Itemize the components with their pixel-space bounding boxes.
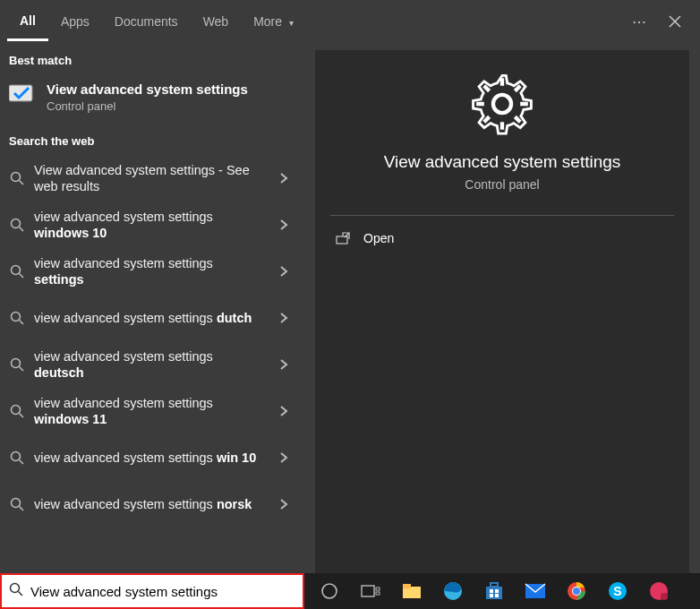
- web-result[interactable]: view advanced system settings settings: [0, 248, 304, 295]
- svg-line-8: [20, 274, 24, 279]
- svg-point-19: [493, 95, 511, 113]
- search-icon: [9, 403, 25, 419]
- web-result[interactable]: view advanced system settings win 10: [0, 434, 304, 481]
- svg-rect-31: [486, 587, 502, 599]
- best-match-result[interactable]: View advanced system settings Control pa…: [0, 74, 304, 124]
- web-result[interactable]: view advanced system settings norsk: [0, 481, 304, 528]
- svg-rect-20: [337, 236, 347, 244]
- search-icon: [9, 582, 23, 600]
- tab-more[interactable]: More ▾: [241, 4, 306, 39]
- chevron-right-icon[interactable]: [269, 442, 299, 473]
- svg-point-24: [322, 584, 337, 598]
- web-result-text: view advanced system settings settings: [34, 255, 269, 287]
- web-result[interactable]: view advanced system settings windows 10: [0, 202, 304, 248]
- svg-point-3: [12, 173, 21, 182]
- web-result[interactable]: view advanced system settings windows 11: [0, 388, 304, 434]
- chevron-down-icon: ▾: [289, 18, 294, 28]
- chevron-right-icon[interactable]: [269, 210, 299, 240]
- svg-line-4: [20, 181, 24, 185]
- cortana-icon[interactable]: [317, 579, 342, 604]
- svg-rect-25: [362, 586, 374, 596]
- chrome-icon[interactable]: [564, 579, 589, 604]
- chevron-right-icon[interactable]: [269, 489, 299, 519]
- gear-icon: [470, 72, 534, 136]
- tab-more-label: More: [253, 14, 282, 29]
- svg-rect-35: [490, 594, 493, 597]
- task-view-icon[interactable]: [358, 579, 383, 604]
- tab-apps[interactable]: Apps: [48, 4, 102, 39]
- svg-rect-32: [491, 583, 498, 587]
- web-result-text: view advanced system settings norsk: [34, 496, 269, 512]
- svg-rect-27: [376, 592, 380, 595]
- chevron-right-icon[interactable]: [269, 256, 299, 287]
- svg-point-40: [573, 588, 580, 595]
- svg-point-15: [12, 452, 21, 461]
- preview-card: View advanced system settings Control pa…: [315, 50, 689, 573]
- chevron-right-icon[interactable]: [269, 163, 299, 193]
- web-result[interactable]: view advanced system settings deutsch: [0, 341, 304, 388]
- web-result[interactable]: view advanced system settings dutch: [0, 295, 304, 341]
- search-panel: All Apps Documents Web More ▾ ⋯ Best mat…: [0, 0, 700, 573]
- search-icon: [9, 217, 25, 233]
- svg-line-10: [20, 321, 24, 325]
- chevron-right-icon[interactable]: [269, 396, 299, 426]
- chevron-right-icon[interactable]: [269, 349, 299, 380]
- web-result-text: view advanced system settings dutch: [34, 310, 269, 326]
- open-icon: [335, 230, 351, 246]
- svg-line-16: [20, 460, 24, 465]
- chevron-right-icon[interactable]: [269, 303, 299, 333]
- svg-line-12: [20, 367, 24, 372]
- svg-point-5: [12, 219, 21, 228]
- skype-icon[interactable]: S: [605, 579, 630, 604]
- best-match-title: View advanced system settings: [47, 81, 248, 98]
- preview-column: View advanced system settings Control pa…: [304, 43, 700, 573]
- search-icon: [9, 496, 25, 512]
- search-icon: [9, 263, 25, 279]
- svg-rect-29: [403, 584, 411, 588]
- taskbar: S: [0, 573, 700, 609]
- preview-title: View advanced system settings: [384, 152, 621, 172]
- app-icon[interactable]: [646, 579, 671, 604]
- open-label: Open: [363, 231, 394, 245]
- best-match-subtitle: Control panel: [47, 99, 248, 113]
- svg-point-11: [12, 359, 21, 368]
- filter-tabs: All Apps Documents Web More ▾ ⋯: [0, 0, 700, 43]
- search-icon: [9, 310, 25, 326]
- taskbar-search-box[interactable]: [0, 573, 304, 609]
- search-icon: [9, 356, 25, 373]
- store-icon[interactable]: [482, 579, 507, 604]
- search-icon: [9, 450, 25, 466]
- svg-rect-2: [9, 85, 32, 101]
- web-result-text: view advanced system settings deutsch: [34, 348, 269, 381]
- svg-line-18: [20, 507, 24, 511]
- tab-all[interactable]: All: [7, 3, 48, 41]
- taskbar-tray: S: [304, 579, 700, 604]
- svg-line-23: [19, 592, 23, 596]
- mail-icon[interactable]: [523, 579, 548, 604]
- open-action[interactable]: Open: [315, 216, 689, 261]
- web-result-text: view advanced system settings windows 10: [34, 209, 269, 241]
- svg-rect-26: [376, 588, 380, 590]
- edge-icon[interactable]: [440, 579, 465, 604]
- search-icon: [9, 170, 25, 186]
- svg-point-13: [12, 406, 21, 415]
- close-icon: [669, 15, 681, 28]
- svg-point-9: [12, 313, 21, 322]
- svg-rect-36: [495, 594, 499, 597]
- svg-point-22: [11, 584, 20, 593]
- svg-rect-33: [490, 589, 493, 593]
- svg-point-7: [12, 266, 21, 275]
- search-input[interactable]: [30, 579, 303, 604]
- web-result-text: view advanced system settings windows 11: [34, 395, 269, 427]
- control-panel-icon: [9, 81, 38, 103]
- web-result[interactable]: View advanced system settings - See web …: [0, 155, 304, 202]
- file-explorer-icon[interactable]: [399, 579, 424, 604]
- svg-line-6: [20, 227, 24, 232]
- preview-subtitle: Control panel: [465, 177, 539, 192]
- tab-web[interactable]: Web: [191, 4, 242, 39]
- tab-documents[interactable]: Documents: [102, 4, 191, 39]
- svg-line-14: [20, 414, 24, 418]
- more-options-button[interactable]: ⋯: [621, 4, 657, 39]
- results-column: Best match View advanced system settings…: [0, 43, 304, 573]
- close-button[interactable]: [657, 4, 693, 39]
